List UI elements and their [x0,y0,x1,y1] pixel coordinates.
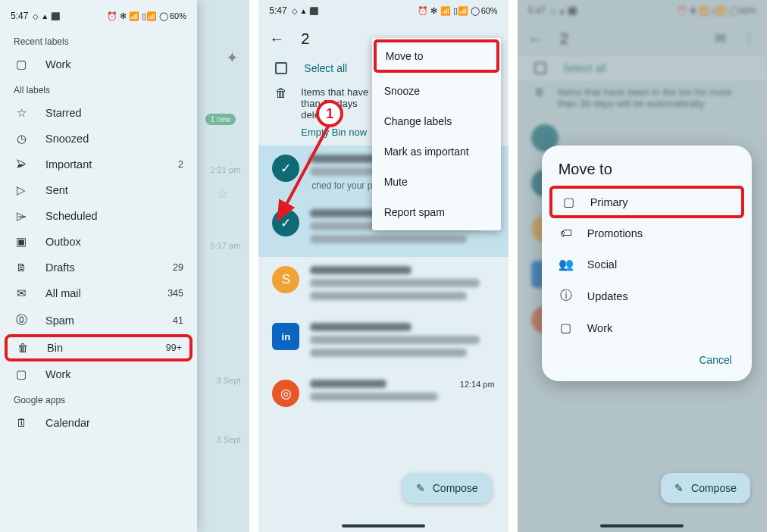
nav-drawer: 5:47◇ ▲ ⬛ ⏰ ✻ 📶 ▯📶 ◯60% Recent labels ▢ … [0,0,197,532]
selection-count: 2 [301,30,309,48]
cancel-button[interactable]: Cancel [545,343,749,377]
trash-icon: 🗑 [15,342,30,354]
status-bar: 5:47◇ ▲ ⬛ ⏰ ✻ 📶 ▯📶 ◯60% [0,3,197,29]
mail-time: 12:14 pm [460,380,495,389]
sidebar-item-outbox[interactable]: ▣Outbox [0,229,197,255]
label: Scheduled [45,210,98,222]
menu-report-spam[interactable]: Report spam [372,197,501,227]
sidebar-item-drafts[interactable]: 🗎Drafts29 [0,255,197,280]
info-icon: ⓘ [559,288,574,304]
count: 99+ [166,343,182,353]
label: Outbox [45,236,81,248]
compose-label: Compose [433,482,478,494]
option-social[interactable]: 👥 Social [545,249,749,280]
battery: 60% [481,6,498,15]
count: 29 [173,262,183,273]
battery: 60% [170,11,186,20]
checkbox-icon[interactable] [275,62,287,74]
send-icon: ▷ [14,184,29,196]
screen-move-dialog: 5:47◇ ▲ ⬛ ⏰ ✻ 📶 ▯📶 ◯60% ← 2 ✉⋮ Select al… [518,0,776,532]
pencil-icon: ✎ [674,482,684,494]
label-icon: ▢ [14,368,29,380]
draft-icon: 🗎 [14,261,29,274]
status-bar: 5:47◇ ▲ ⬛ ⏰ ✻ 📶 ▯📶 ◯60% [258,0,508,21]
overflow-menu: Move to Snooze Change labels Mark as imp… [372,38,501,230]
mail-row[interactable]: ◎ 12:14 pm [258,371,508,416]
menu-snooze[interactable]: Snooze [372,76,501,106]
label: Work [45,368,71,380]
section-all: All labels [0,77,197,100]
star-icon: ✦ [226,49,239,67]
tag-icon: 🏷 [559,227,574,240]
status-icons: ⏰ ✻ 📶 ▯📶 ◯ [418,6,479,16]
section-recent: Recent labels [0,29,197,52]
label-icon: ▢ [559,321,574,335]
sidebar-item-spam[interactable]: ⓪Spam41 [0,306,197,334]
compose-button[interactable]: ✎ Compose [661,473,750,503]
sidebar-item-allmail[interactable]: ✉All mail345 [0,280,197,306]
compose-label: Compose [691,482,737,494]
label: Spam [45,315,74,327]
back-button[interactable]: ← [269,30,284,48]
status-icons: ⏰ ✻ 📶 ▯📶 ◯ [107,11,168,21]
label: Sent [45,184,68,196]
menu-change-labels[interactable]: Change labels [372,106,501,136]
sidebar-item-scheduled[interactable]: ▷̶Scheduled [0,203,197,229]
label: Bin [47,342,63,354]
label: Work [45,58,71,70]
count: 41 [173,315,183,326]
sidebar-item-snoozed[interactable]: ◷Snoozed [0,126,197,152]
calendar-icon: 🗓 [14,417,29,429]
menu-move-to[interactable]: Move to [374,39,499,73]
option-primary[interactable]: ▢ Primary [549,186,744,218]
avatar: ◎ [272,380,299,407]
clock: 5:47 [11,11,28,21]
outbox-icon: ▣ [14,236,29,248]
compose-button[interactable]: ✎ Compose [402,473,492,503]
sidebar-item-sent[interactable]: ▷Sent [0,177,197,203]
spam-icon: ⓪ [14,313,29,327]
count: 345 [167,288,183,299]
trash-icon: 🗑 [275,86,287,120]
pencil-icon: ✎ [416,482,425,494]
svg-line-0 [284,124,330,208]
sidebar-item-starred[interactable]: ☆Starred [0,100,197,126]
label: Snoozed [45,133,89,145]
important-icon: ⮚ [14,158,29,171]
mail-row[interactable]: in [258,314,508,371]
screen-bin-menu: 5:47◇ ▲ ⬛ ⏰ ✻ 📶 ▯📶 ◯60% ← 2 Select all 🗑… [258,0,517,532]
mail-row[interactable]: S [258,257,508,314]
move-to-dialog: Move to ▢ Primary 🏷 Promotions 👥 Social … [542,146,752,381]
option-promotions[interactable]: 🏷 Promotions [545,218,749,249]
label-icon: ▢ [14,58,29,70]
menu-mark-important[interactable]: Mark as important [372,136,501,167]
option-label: Work [587,322,613,334]
screen-sidebar: ✦ 1 new ☆ 2:21 pm 5:17 am 3 Sept 3 Sept … [0,0,258,532]
avatar: in [272,323,299,350]
inbox-icon: ▢ [562,195,577,209]
sidebar-item-bin[interactable]: 🗑Bin99+ [5,334,192,361]
option-label: Promotions [587,227,643,239]
menu-mute[interactable]: Mute [372,167,501,197]
label: All mail [45,287,81,299]
label: Starred [45,107,82,119]
label: Drafts [45,261,75,274]
option-updates[interactable]: ⓘ Updates [545,280,749,312]
star-icon: ☆ [14,107,29,119]
sidebar-item-calendar[interactable]: 🗓Calendar [0,410,197,436]
option-label: Updates [587,290,628,302]
option-label: Social [587,258,618,271]
avatar: S [272,266,299,293]
sidebar-item-work2[interactable]: ▢Work [0,361,197,387]
sidebar-item-work[interactable]: ▢ Work [0,52,197,77]
sidebar-item-important[interactable]: ⮚Important2 [0,152,197,177]
select-all-label: Select all [304,62,347,74]
clock-icon: ◷ [14,133,29,145]
count: 2 [178,159,183,170]
option-work[interactable]: ▢ Work [545,312,749,343]
annotation-arrow [275,117,343,231]
label: Important [45,158,92,171]
home-indicator [342,524,425,527]
option-label: Primary [590,196,628,208]
schedule-icon: ▷̶ [14,210,29,222]
